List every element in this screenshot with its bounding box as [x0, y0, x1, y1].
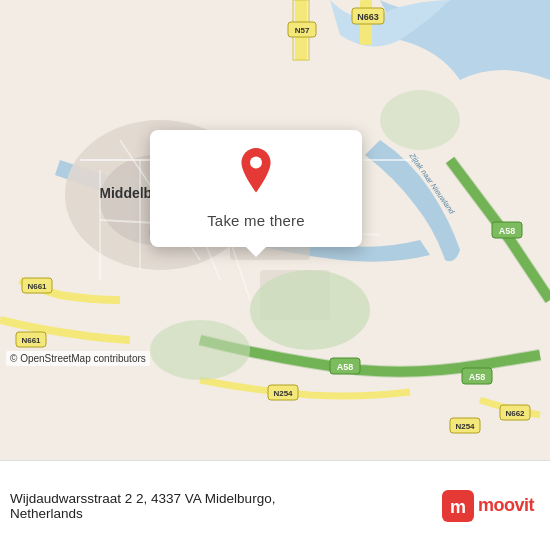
copyright-bar: © OpenStreetMap contributors	[0, 349, 550, 368]
svg-point-8	[250, 270, 370, 350]
svg-text:N254: N254	[455, 422, 475, 431]
bottom-bar: Wijdaudwarsstraat 2 2, 4337 VA Midelburg…	[0, 460, 550, 550]
svg-text:N254: N254	[273, 389, 293, 398]
address-block: Wijdaudwarsstraat 2 2, 4337 VA Midelburg…	[10, 491, 275, 521]
address-line: Wijdaudwarsstraat 2 2, 4337 VA Midelburg…	[10, 491, 275, 506]
svg-text:A58: A58	[499, 226, 516, 236]
svg-text:N661: N661	[21, 336, 41, 345]
svg-text:A58: A58	[469, 372, 486, 382]
svg-point-10	[380, 90, 460, 150]
svg-text:N663: N663	[357, 12, 379, 22]
moovit-icon: m	[442, 490, 474, 522]
app: N663 N57 A58 A58 A58 N661 N661 N254	[0, 0, 550, 550]
location-pin-icon	[232, 148, 280, 196]
moovit-text: moovit	[478, 495, 534, 516]
svg-point-41	[250, 157, 262, 169]
svg-text:N57: N57	[295, 26, 310, 35]
svg-text:N661: N661	[27, 282, 47, 291]
popup-card: Take me there	[150, 130, 362, 247]
moovit-logo: m moovit	[442, 490, 534, 522]
country-line: Netherlands	[10, 506, 275, 521]
copyright-text: © OpenStreetMap contributors	[6, 351, 150, 366]
take-me-there-button[interactable]: Take me there	[199, 208, 313, 233]
svg-text:m: m	[450, 497, 466, 517]
map-container[interactable]: N663 N57 A58 A58 A58 N661 N661 N254	[0, 0, 550, 460]
svg-text:N662: N662	[505, 409, 525, 418]
